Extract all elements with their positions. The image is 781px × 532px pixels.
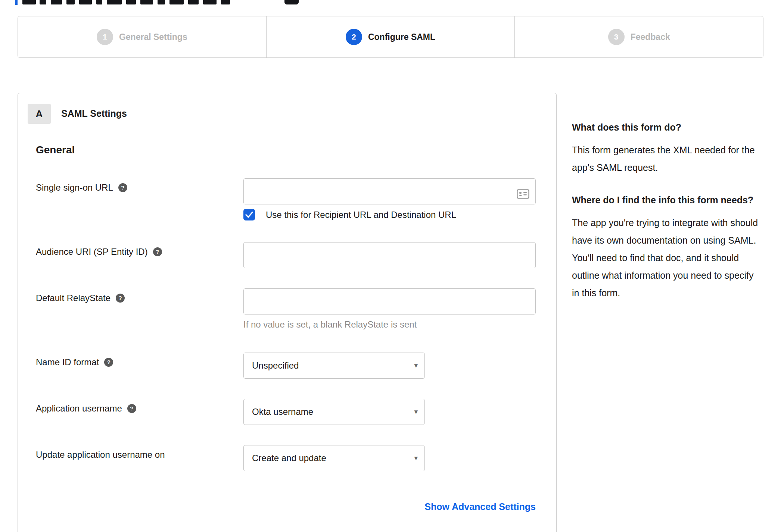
step-2-label: Configure SAML	[368, 32, 435, 42]
step-3-label: Feedback	[631, 32, 670, 42]
name-id-format-select[interactable]: Unspecified ▾	[243, 353, 425, 379]
step-1-circle: 1	[97, 29, 113, 45]
relaystate-hint: If no value is set, a blank RelayState i…	[243, 319, 417, 330]
label-text: Single sign-on URL	[36, 182, 113, 193]
label-default-relaystate: Default RelayState ?	[36, 292, 125, 304]
step-2-circle: 2	[346, 29, 362, 45]
contact-card-icon[interactable]	[517, 189, 529, 199]
select-value: Create and update	[244, 453, 326, 463]
update-application-username-select[interactable]: Create and update ▾	[243, 445, 425, 471]
show-advanced-settings-link[interactable]: Show Advanced Settings	[424, 501, 536, 512]
recipient-url-checkbox[interactable]	[243, 209, 255, 220]
caret-down-icon: ▾	[414, 407, 418, 416]
help-sidebar: What does this form do? This form genera…	[572, 119, 760, 317]
label-text: Application username	[36, 403, 122, 414]
label-text: Update application username on	[36, 449, 165, 460]
step-3-circle: 3	[608, 29, 625, 45]
sidebar-heading-where: Where do I find the info this form needs…	[572, 191, 760, 209]
saml-settings-panel: A SAML Settings General Single sign-on U…	[18, 93, 557, 532]
label-application-username: Application username ?	[36, 403, 136, 414]
panel-title: SAML Settings	[61, 108, 127, 119]
clipped-page-title	[15, 0, 351, 5]
label-single-sign-on-url: Single sign-on URL ?	[36, 182, 127, 193]
clipped-gear-icon	[284, 0, 299, 4]
label-audience-uri: Audience URI (SP Entity ID) ?	[36, 246, 162, 257]
wizard-stepper: 1 General Settings 2 Configure SAML 3 Fe…	[18, 16, 763, 58]
section-a-badge: A	[28, 104, 51, 124]
help-icon[interactable]: ?	[127, 404, 136, 413]
label-text: Default RelayState	[36, 292, 111, 304]
sidebar-heading-what: What does this form do?	[572, 119, 760, 136]
help-icon[interactable]: ?	[118, 183, 127, 192]
select-value: Okta username	[244, 407, 313, 417]
advanced-settings-row: Show Advanced Settings	[243, 501, 536, 512]
help-icon[interactable]: ?	[104, 358, 113, 367]
clipped-cursor-bar	[15, 0, 18, 5]
label-name-id-format: Name ID format ?	[36, 357, 113, 368]
label-text: Name ID format	[36, 357, 99, 368]
step-1-label: General Settings	[119, 32, 187, 42]
help-icon[interactable]: ?	[116, 294, 125, 303]
sidebar-body-what: This form generates the XML needed for t…	[572, 141, 760, 176]
step-feedback[interactable]: 3 Feedback	[514, 16, 763, 57]
caret-down-icon: ▾	[414, 361, 418, 370]
checkmark-icon	[245, 212, 253, 218]
sidebar-body-where: The app you're trying to integrate with …	[572, 214, 760, 302]
select-value: Unspecified	[244, 360, 299, 371]
help-icon[interactable]: ?	[153, 247, 162, 256]
label-text: Audience URI (SP Entity ID)	[36, 246, 148, 257]
step-configure-saml[interactable]: 2 Configure SAML	[266, 16, 515, 57]
recipient-url-checkbox-label[interactable]: Use this for Recipient URL and Destinati…	[266, 209, 456, 220]
default-relaystate-input[interactable]	[243, 288, 536, 314]
caret-down-icon: ▾	[414, 454, 418, 462]
audience-uri-input[interactable]	[243, 242, 536, 268]
application-username-select[interactable]: Okta username ▾	[243, 399, 425, 425]
section-heading-general: General	[36, 144, 75, 156]
single-sign-on-url-input[interactable]	[243, 178, 536, 204]
step-general-settings[interactable]: 1 General Settings	[18, 16, 266, 57]
label-update-application-username: Update application username on	[36, 449, 165, 460]
